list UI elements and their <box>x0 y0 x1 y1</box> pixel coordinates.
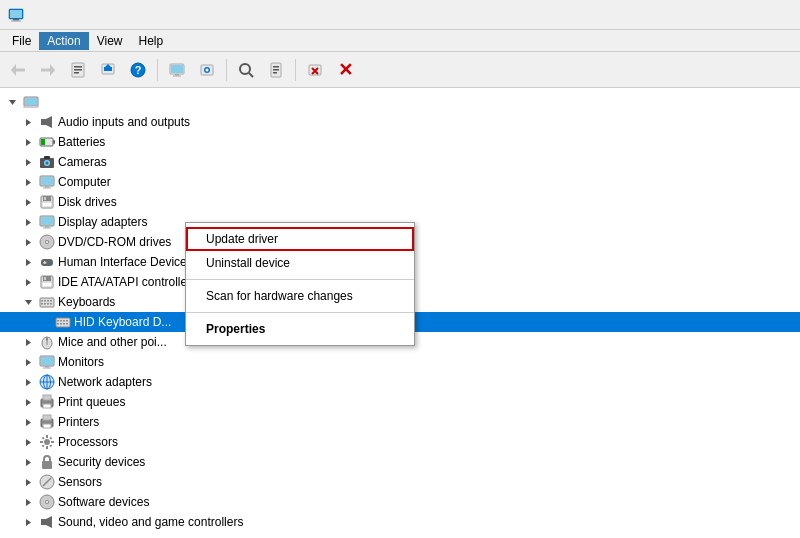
tree-item-root[interactable] <box>0 92 800 112</box>
expand-icon-dvdrom[interactable] <box>20 234 36 250</box>
tree-label-computer: Computer <box>58 175 111 189</box>
device-icon-batteries <box>39 134 55 150</box>
device-icon-sound <box>39 514 55 530</box>
expand-icon-hid[interactable] <box>20 254 36 270</box>
expand-icon-keyboards[interactable] <box>20 294 36 310</box>
svg-point-72 <box>49 262 51 264</box>
svg-rect-89 <box>57 320 59 322</box>
device-icon-processors <box>39 434 55 450</box>
expand-icon-printers[interactable] <box>20 414 36 430</box>
tree-item-networkadapters[interactable]: Network adapters <box>0 372 800 392</box>
toolbar: ? <box>0 52 800 88</box>
tree-item-audio[interactable]: Audio inputs and outputs <box>0 112 800 132</box>
tree-item-cameras[interactable]: Cameras <box>0 152 800 172</box>
tree-item-security[interactable]: Security devices <box>0 452 800 472</box>
tree-item-printers[interactable]: Printers <box>0 412 800 432</box>
tree-label-cameras: Cameras <box>58 155 107 169</box>
svg-marker-78 <box>25 300 32 305</box>
tree-item-batteries[interactable]: Batteries <box>0 132 800 152</box>
svg-rect-19 <box>175 74 179 76</box>
back-button[interactable] <box>4 56 32 84</box>
tree-label-mice: Mice and other poi... <box>58 335 167 349</box>
expand-icon-monitors[interactable] <box>20 354 36 370</box>
svg-rect-84 <box>41 303 43 305</box>
help-button[interactable]: ? <box>124 56 152 84</box>
properties-button[interactable] <box>64 56 92 84</box>
svg-rect-5 <box>15 68 25 71</box>
context-menu-item-scan-changes[interactable]: Scan for hardware changes <box>186 284 414 308</box>
svg-rect-128 <box>49 444 52 447</box>
expand-icon-audio[interactable] <box>20 114 36 130</box>
context-menu-separator <box>186 312 414 313</box>
tree-item-software[interactable]: Software devices <box>0 492 800 512</box>
svg-rect-82 <box>47 300 49 302</box>
svg-rect-124 <box>51 441 54 443</box>
expand-icon-root[interactable] <box>4 94 20 110</box>
menu-item-action[interactable]: Action <box>39 32 88 50</box>
tree-item-monitors[interactable]: Monitors <box>0 352 800 372</box>
svg-marker-137 <box>26 519 31 526</box>
uninstall-button[interactable] <box>301 56 329 84</box>
expand-icon-networkadapters[interactable] <box>20 374 36 390</box>
svg-rect-62 <box>45 226 49 228</box>
device-icon-security <box>39 454 55 470</box>
expand-icon-computer[interactable] <box>20 174 36 190</box>
svg-rect-87 <box>50 303 52 305</box>
context-menu-item-properties[interactable]: Properties <box>186 317 414 341</box>
scan-button[interactable] <box>232 56 260 84</box>
expand-icon-software[interactable] <box>20 494 36 510</box>
svg-marker-131 <box>26 479 31 486</box>
context-menu-item-update-driver[interactable]: Update driver <box>186 227 414 251</box>
menu-item-view[interactable]: View <box>89 32 131 50</box>
delete-button[interactable]: ✕ <box>331 56 359 84</box>
tree-item-processors[interactable]: Processors <box>0 432 800 452</box>
svg-rect-69 <box>41 259 53 266</box>
device-icon-software <box>39 494 55 510</box>
svg-marker-49 <box>26 179 31 186</box>
svg-line-25 <box>249 73 253 77</box>
tree-item-diskdrives[interactable]: Disk drives <box>0 192 800 212</box>
expand-icon-cameras[interactable] <box>20 154 36 170</box>
tree-label-sensors: Sensors <box>58 475 102 489</box>
expand-icon-displayadapters[interactable] <box>20 214 36 230</box>
expand-icon-hidkeyboard[interactable] <box>36 314 52 330</box>
svg-marker-106 <box>26 379 31 386</box>
svg-rect-1 <box>10 10 22 18</box>
tree-label-printqueues: Print queues <box>58 395 125 409</box>
expand-icon-security[interactable] <box>20 454 36 470</box>
svg-marker-139 <box>46 516 52 528</box>
expand-icon-printqueues[interactable] <box>20 394 36 410</box>
tree-item-computer[interactable]: Computer <box>0 172 800 192</box>
expand-icon-mice[interactable] <box>20 334 36 350</box>
device-icon-monitors <box>39 354 55 370</box>
menu-item-file[interactable]: File <box>4 32 39 50</box>
monitor-button[interactable] <box>163 56 191 84</box>
expand-icon-diskdrives[interactable] <box>20 194 36 210</box>
info-button[interactable] <box>262 56 290 84</box>
context-menu-separator <box>186 279 414 280</box>
forward-button[interactable] <box>34 56 62 84</box>
svg-marker-33 <box>9 100 16 105</box>
expand-icon-processors[interactable] <box>20 434 36 450</box>
svg-rect-126 <box>49 437 52 440</box>
svg-marker-111 <box>26 399 31 406</box>
expand-icon-batteries[interactable] <box>20 134 36 150</box>
update-button[interactable] <box>94 56 122 84</box>
svg-rect-27 <box>273 66 279 68</box>
device-icon-keyboards <box>39 294 55 310</box>
svg-rect-105 <box>43 368 51 369</box>
svg-rect-83 <box>50 300 52 302</box>
tree-item-sound[interactable]: Sound, video and game controllers <box>0 512 800 532</box>
context-menu-item-uninstall-device[interactable]: Uninstall device <box>186 251 414 275</box>
expand-icon-sound[interactable] <box>20 514 36 530</box>
device-button[interactable] <box>193 56 221 84</box>
svg-rect-7 <box>41 68 51 71</box>
menu-item-help[interactable]: Help <box>131 32 172 50</box>
tree-item-printqueues[interactable]: Print queues <box>0 392 800 412</box>
tree-item-sensors[interactable]: Sensors <box>0 472 800 492</box>
expand-icon-sensors[interactable] <box>20 474 36 490</box>
expand-icon-ideata[interactable] <box>20 274 36 290</box>
tree-label-ideata: IDE ATA/ATAPI controllers <box>58 275 197 289</box>
svg-rect-3 <box>11 20 21 21</box>
tree-label-diskdrives: Disk drives <box>58 195 117 209</box>
